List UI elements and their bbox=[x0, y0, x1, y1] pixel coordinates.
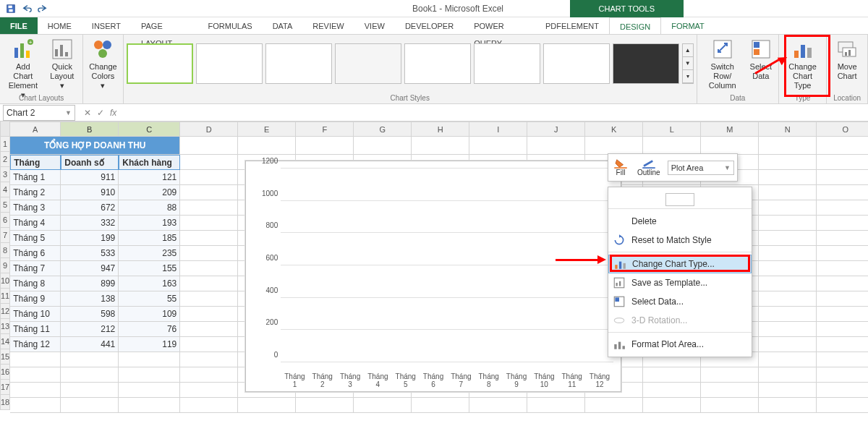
fx-icon[interactable]: fx bbox=[110, 108, 116, 118]
chevron-down-icon[interactable]: ▼ bbox=[65, 109, 72, 116]
cell[interactable] bbox=[817, 367, 868, 383]
cell[interactable] bbox=[180, 200, 238, 216]
cell[interactable]: 119 bbox=[119, 337, 180, 352]
col-header-J[interactable]: J bbox=[527, 122, 585, 137]
cell[interactable] bbox=[180, 383, 238, 398]
row-header-16[interactable]: 16 bbox=[0, 365, 10, 380]
cell[interactable] bbox=[180, 170, 238, 185]
cell[interactable]: 533 bbox=[61, 246, 119, 261]
cell[interactable] bbox=[759, 352, 817, 367]
cell[interactable] bbox=[119, 367, 180, 383]
cell[interactable] bbox=[817, 170, 868, 185]
cell[interactable] bbox=[180, 231, 238, 246]
cell[interactable] bbox=[119, 398, 180, 413]
row-header-8[interactable]: 8 bbox=[0, 243, 10, 258]
cell[interactable]: Tháng 12 bbox=[10, 337, 61, 352]
cell[interactable]: 199 bbox=[61, 231, 119, 246]
cell[interactable] bbox=[238, 137, 296, 155]
tab-home[interactable]: HOME bbox=[38, 17, 82, 34]
cell[interactable] bbox=[759, 383, 817, 398]
row-header-5[interactable]: 5 bbox=[0, 197, 10, 213]
fill-button[interactable]: Fill bbox=[611, 157, 630, 178]
cell[interactable] bbox=[180, 137, 238, 155]
cell[interactable]: Tháng 8 bbox=[10, 276, 61, 291]
cell[interactable] bbox=[759, 322, 817, 337]
cell[interactable] bbox=[817, 231, 868, 246]
col-header-K[interactable]: K bbox=[585, 122, 643, 137]
cell[interactable] bbox=[354, 398, 412, 413]
cell[interactable] bbox=[61, 367, 119, 383]
name-box[interactable]: Chart 2▼ bbox=[3, 105, 75, 121]
cell[interactable] bbox=[817, 185, 868, 200]
cell[interactable]: 332 bbox=[61, 216, 119, 231]
tab-pdfelement[interactable]: PDFelement bbox=[535, 17, 609, 34]
cell[interactable]: Khách hàng bbox=[119, 155, 180, 170]
cell[interactable] bbox=[10, 352, 61, 367]
cell[interactable] bbox=[119, 383, 180, 398]
cell[interactable] bbox=[817, 155, 868, 170]
row-header-10[interactable]: 10 bbox=[0, 273, 10, 289]
cell[interactable] bbox=[10, 398, 61, 413]
tab-power-query[interactable]: POWER QUERY bbox=[464, 17, 535, 34]
cell[interactable]: Tháng 3 bbox=[10, 200, 61, 216]
cell[interactable] bbox=[817, 337, 868, 352]
cell[interactable]: 911 bbox=[61, 170, 119, 185]
save-icon[interactable] bbox=[3, 1, 19, 17]
cell[interactable] bbox=[180, 291, 238, 307]
cell[interactable]: 235 bbox=[119, 246, 180, 261]
cell[interactable] bbox=[296, 137, 354, 155]
context-menu-style-thumb[interactable] bbox=[665, 193, 694, 206]
cell[interactable] bbox=[469, 137, 527, 155]
cell[interactable] bbox=[180, 276, 238, 291]
chart-element-selector[interactable]: Plot Area ▼ bbox=[668, 161, 734, 175]
cell[interactable] bbox=[701, 383, 759, 398]
cell[interactable] bbox=[238, 398, 296, 413]
cell[interactable] bbox=[701, 367, 759, 383]
cell[interactable] bbox=[817, 276, 868, 291]
tab-file[interactable]: FILE bbox=[0, 17, 38, 34]
cell[interactable]: 88 bbox=[119, 200, 180, 216]
cell[interactable]: Tháng 4 bbox=[10, 216, 61, 231]
cell[interactable] bbox=[759, 367, 817, 383]
cell[interactable] bbox=[61, 352, 119, 367]
cell[interactable]: 155 bbox=[119, 261, 180, 276]
cell[interactable] bbox=[643, 137, 701, 155]
enter-formula-icon[interactable]: ✓ bbox=[97, 108, 104, 118]
cell[interactable] bbox=[180, 398, 238, 413]
cell[interactable] bbox=[527, 137, 585, 155]
undo-icon[interactable] bbox=[19, 1, 35, 17]
cell[interactable] bbox=[180, 155, 238, 170]
row-header-14[interactable]: 14 bbox=[0, 334, 10, 349]
cell[interactable]: 212 bbox=[61, 322, 119, 337]
cell[interactable]: Tháng 2 bbox=[10, 185, 61, 200]
cell[interactable]: 209 bbox=[119, 185, 180, 200]
cell[interactable] bbox=[817, 307, 868, 322]
redo-icon[interactable] bbox=[35, 1, 51, 17]
row-header-1[interactable]: 1 bbox=[0, 137, 10, 152]
row-header-7[interactable]: 7 bbox=[0, 228, 10, 243]
cell[interactable]: 163 bbox=[119, 276, 180, 291]
add-chart-element-button[interactable]: + Add Chart Element ▾ bbox=[3, 36, 43, 101]
cell[interactable] bbox=[412, 137, 469, 155]
cell[interactable] bbox=[10, 367, 61, 383]
context-save-as-template[interactable]: Save as Template... bbox=[608, 273, 752, 292]
cell[interactable] bbox=[180, 337, 238, 352]
quick-layout-button[interactable]: Quick Layout ▾ bbox=[45, 36, 80, 92]
cell[interactable]: Tháng bbox=[10, 155, 61, 170]
cell[interactable] bbox=[759, 307, 817, 322]
cell[interactable] bbox=[354, 137, 412, 155]
chart-style-8[interactable] bbox=[613, 43, 679, 84]
col-header-O[interactable]: O bbox=[817, 122, 868, 137]
cell[interactable]: 109 bbox=[119, 307, 180, 322]
tab-format[interactable]: FORMAT bbox=[661, 17, 715, 34]
cell[interactable] bbox=[412, 398, 469, 413]
cell[interactable] bbox=[817, 137, 868, 155]
cell[interactable] bbox=[585, 398, 643, 413]
outline-button[interactable]: Outline bbox=[634, 157, 663, 178]
cell[interactable] bbox=[817, 200, 868, 216]
col-header-N[interactable]: N bbox=[759, 122, 817, 137]
cell[interactable] bbox=[759, 261, 817, 276]
cell[interactable] bbox=[759, 231, 817, 246]
cell[interactable] bbox=[180, 322, 238, 337]
col-header-H[interactable]: H bbox=[412, 122, 469, 137]
